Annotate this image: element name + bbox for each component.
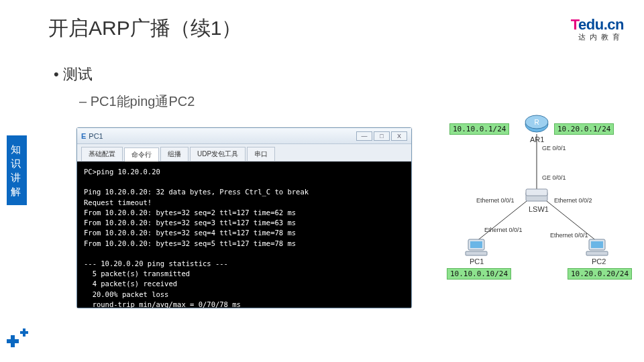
- maximize-button[interactable]: □: [374, 131, 390, 141]
- lsw1-label: LSW1: [529, 205, 549, 213]
- minimize-button[interactable]: —: [356, 131, 372, 141]
- svg-rect-13: [470, 241, 482, 248]
- svg-rect-1: [7, 339, 19, 343]
- close-button[interactable]: X: [391, 131, 407, 141]
- pc2-port: Ethernet 0/0/1: [550, 232, 588, 239]
- pc1-label: PC1: [470, 257, 484, 265]
- lsw1-port-up: GE 0/0/1: [542, 174, 566, 181]
- bullet-level2: – PC1能ping通PC2: [79, 93, 195, 111]
- window-tabs: 基础配置 命令行 组播 UDP发包工具 串口: [77, 144, 411, 162]
- network-diagram: R 10.10.0.1/24 10.20.0.1/24 AR1 GE 0/0/1…: [443, 107, 631, 282]
- terminal-output[interactable]: PC>ping 10.20.0.20 Ping 10.20.0.20: 32 d…: [77, 162, 411, 308]
- tab-cli[interactable]: 命令行: [124, 147, 159, 162]
- svg-line-5: [476, 201, 527, 241]
- ar1-ip-left: 10.10.0.1/24: [449, 123, 509, 135]
- logo-t: T: [571, 16, 578, 33]
- tab-serial[interactable]: 串口: [247, 147, 275, 161]
- bullet2-text: PC1能ping通PC2: [91, 94, 195, 109]
- bullet-level1: • 测试: [54, 64, 93, 84]
- app-icon: E: [81, 132, 86, 140]
- window-titlebar[interactable]: E PC1 — □ X: [77, 128, 411, 144]
- page-title: 开启ARP广播（续1）: [48, 15, 241, 42]
- tab-multicast[interactable]: 组播: [160, 147, 189, 161]
- corner-logo: [7, 327, 34, 354]
- ar1-ip-right: 10.20.0.1/24: [554, 123, 614, 135]
- logo-subtitle: 达内教育: [571, 32, 624, 42]
- pc1-ip: 10.10.0.10/24: [447, 268, 511, 280]
- side-tab: 知识讲解: [7, 135, 27, 205]
- svg-rect-16: [591, 241, 603, 248]
- logo-cn: cn: [607, 16, 624, 33]
- tab-basic-config[interactable]: 基础配置: [81, 147, 123, 161]
- pc2-ip: 10.20.0.20/24: [568, 268, 632, 280]
- tab-udp-tool[interactable]: UDP发包工具: [190, 147, 246, 161]
- pc2-label: PC2: [592, 257, 606, 265]
- ar1-port: GE 0/0/1: [542, 145, 566, 152]
- brand-logo: Tedu.cn 达内教育: [571, 16, 624, 42]
- lsw1-port-right: Ethernet 0/0/2: [554, 197, 592, 204]
- svg-rect-3: [20, 331, 28, 334]
- svg-text:R: R: [534, 119, 539, 126]
- router-icon: R: [525, 114, 549, 137]
- svg-rect-17: [586, 251, 608, 255]
- svg-rect-14: [466, 251, 487, 255]
- lsw1-port-left: Ethernet 0/0/1: [476, 197, 515, 204]
- pc1-port: Ethernet 0/0/1: [484, 227, 523, 233]
- side-tab-text: 知识讲解: [11, 142, 23, 198]
- pc1-window: E PC1 — □ X 基础配置 命令行 组播 UDP发包工具 串口 PC>pi…: [76, 127, 412, 308]
- logo-edu: edu.: [578, 16, 607, 33]
- bullet1-text: 测试: [63, 66, 93, 82]
- window-title: PC1: [89, 132, 103, 140]
- svg-rect-11: [526, 189, 547, 196]
- ar1-label: AR1: [530, 135, 544, 143]
